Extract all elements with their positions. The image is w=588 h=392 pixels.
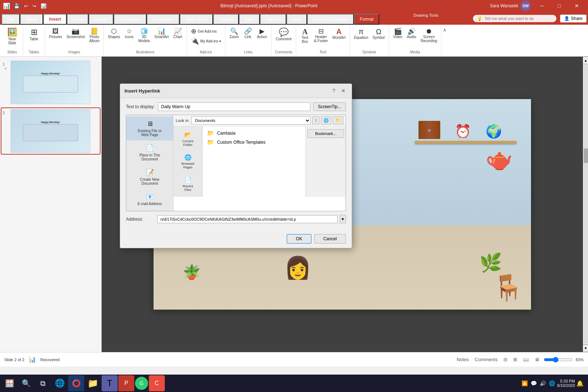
screenshot-btn[interactable]: 📷 Screenshot (65, 27, 87, 40)
ribbon-collapse-btn[interactable]: ∧ (441, 25, 448, 56)
tab-review[interactable]: Review (213, 14, 239, 25)
start-btn[interactable]: 🪟 (1, 375, 17, 391)
green-app-btn[interactable]: G (135, 377, 148, 390)
current-folder-shortcut[interactable]: 📂 CurrentFolder (173, 128, 202, 150)
header-footer-btn[interactable]: ⊟ Header& Footer (312, 27, 330, 44)
smartart-btn[interactable]: 📊 SmartArt (152, 27, 170, 40)
tab-inknoe[interactable]: Inknoe ClassPage (307, 14, 354, 25)
vertical-scrollbar[interactable]: ▲ ▼ (583, 57, 588, 352)
notification-icon[interactable]: 🔔 (576, 380, 584, 387)
edge-btn[interactable]: 🌐 (52, 375, 68, 391)
present-btn[interactable]: 📊 (39, 3, 48, 9)
tab-animations[interactable]: Animations (147, 14, 180, 25)
slide-thumb-1[interactable]: 1 ★ Happy Monday! (1, 60, 100, 105)
search-btn[interactable]: 🔍 (18, 375, 34, 391)
table-btn[interactable]: ⊞ Table (26, 27, 42, 42)
comment-btn[interactable]: 💬 Comment (274, 27, 294, 42)
audio-btn[interactable]: 🔊 Audio (405, 27, 418, 40)
lookin-select[interactable]: Documents (191, 117, 311, 124)
link-btn[interactable]: 🔗 Link (241, 27, 254, 40)
notes-btn[interactable]: Notes (455, 356, 470, 363)
scroll-down-btn[interactable]: ▼ (582, 344, 588, 352)
link-type-existing[interactable]: 🖥 Existing File orWeb Page (126, 117, 173, 140)
chat-icon[interactable]: 💬 (530, 380, 538, 387)
save-btn[interactable]: 💾 (12, 3, 21, 9)
dialog-close-btn[interactable]: ✕ (339, 87, 347, 95)
red-app-btn[interactable]: C (149, 375, 165, 391)
tab-home[interactable]: Home (20, 14, 43, 25)
close-btn[interactable]: ✕ (568, 0, 585, 12)
app-icon[interactable]: 📊 (3, 3, 10, 9)
new-slide-btn[interactable]: 🖼️ NewSlide (4, 27, 20, 46)
status-icon[interactable]: 📊 (29, 356, 36, 363)
show-hidden-icons-btn[interactable]: 🔼 (521, 380, 528, 387)
maximize-btn[interactable]: □ (551, 0, 568, 12)
slide-sorter-btn[interactable]: ⊞ (512, 356, 519, 363)
clock[interactable]: 5:33 PM 8/10/2020 (557, 379, 575, 388)
normal-view-btn[interactable]: ⊟ (502, 356, 509, 363)
screentip-btn[interactable]: ScreenTip... (313, 102, 346, 111)
tab-addins[interactable]: Add-ins (260, 14, 286, 25)
tab-insert[interactable]: Insert (43, 14, 67, 25)
search-input[interactable] (485, 16, 550, 21)
pictures-btn[interactable]: 🖼 Pictures (47, 27, 64, 40)
video-btn[interactable]: 🎬 Video (391, 27, 404, 40)
tab-file[interactable]: File (1, 14, 20, 25)
zoom-slider[interactable] (544, 357, 573, 363)
share-button[interactable]: 👤 Share (560, 15, 587, 23)
scroll-up-btn[interactable]: ▲ (582, 57, 588, 64)
textbox-btn[interactable]: A TextBox (298, 27, 311, 45)
3d-models-btn[interactable]: 🧊 3DModels (136, 27, 152, 44)
minimize-btn[interactable]: ─ (534, 0, 550, 12)
get-addins-btn[interactable]: ⊕ Get Add-ins (189, 27, 219, 36)
redo-btn[interactable]: ↪ (31, 3, 38, 9)
screen-recording-btn[interactable]: ⏺ ScreenRecording (419, 27, 439, 44)
nav-up-btn[interactable]: ↑ (312, 117, 319, 124)
dialog-help-btn[interactable]: ? (330, 87, 338, 95)
zoom-btn[interactable]: 🔍 Zoom (228, 27, 241, 40)
file-item-camtasia[interactable]: 📁 Camtasia (205, 128, 303, 138)
equation-btn[interactable]: π Equation (352, 27, 370, 41)
file-item-templates[interactable]: 📁 Custom Office Templates (205, 138, 303, 147)
tab-format[interactable]: Format (354, 14, 379, 25)
tab-help[interactable]: Help (286, 14, 307, 25)
cortana-btn[interactable]: ⭕ (68, 375, 84, 391)
symbol-btn[interactable]: Ω Symbol (371, 27, 386, 41)
text-display-input[interactable] (158, 102, 310, 111)
undo-btn[interactable]: ↩ (23, 3, 29, 9)
ok-btn[interactable]: OK (287, 234, 311, 244)
shapes-btn[interactable]: ⬡ Shapes (106, 27, 122, 40)
slide-thumb-2[interactable]: 2 Happy Monday! (1, 108, 100, 154)
comments-btn[interactable]: Comments (473, 356, 499, 363)
link-type-email[interactable]: 📧 E-mail Address (126, 189, 173, 209)
tab-transitions[interactable]: Transitions (114, 14, 146, 25)
powerpoint-taskbar-btn[interactable]: P (118, 375, 134, 391)
user-avatar[interactable]: SW (520, 1, 531, 11)
nav-web-btn[interactable]: 🌐 (321, 117, 331, 124)
task-view-btn[interactable]: ⧉ (35, 375, 51, 391)
volume-icon[interactable]: 🔊 (539, 380, 547, 387)
explorer-btn[interactable]: 📁 (85, 375, 101, 391)
search-box[interactable]: 💡 (473, 15, 556, 22)
link-type-place[interactable]: 📄 Place in ThisDocument (126, 140, 173, 165)
tab-draw[interactable]: Draw (67, 14, 89, 25)
nav-folder-btn[interactable]: 📁 (333, 117, 343, 124)
teams-btn[interactable]: T (102, 375, 118, 391)
bookmark-btn[interactable]: Bookmark... (307, 129, 344, 138)
cancel-btn[interactable]: Cancel (314, 234, 346, 244)
photo-album-btn[interactable]: 📒 PhotoAlbum (87, 27, 101, 44)
link-type-new[interactable]: 📝 Create NewDocument (126, 165, 173, 189)
network-icon[interactable]: 🌐 (548, 380, 556, 387)
chart-btn[interactable]: 📈 Chart (171, 27, 184, 40)
tab-design[interactable]: Design (89, 14, 114, 25)
browsed-pages-shortcut[interactable]: 🌐 BrowsedPages (173, 150, 202, 173)
address-input[interactable] (157, 215, 338, 223)
my-addins-btn[interactable]: 🔌 My Add-ins ▾ (189, 37, 223, 46)
tab-slideshow[interactable]: Slide Show (180, 14, 213, 25)
presenter-view-btn[interactable]: 🖥 (533, 356, 541, 363)
icons-btn[interactable]: ☆ Icons (123, 27, 136, 40)
address-dropdown-btn[interactable]: ▾ (340, 215, 346, 223)
reading-view-btn[interactable]: 📖 (522, 356, 530, 363)
action-btn[interactable]: ▶ Action (255, 27, 269, 40)
wordart-btn[interactable]: A WordArt (330, 27, 347, 41)
